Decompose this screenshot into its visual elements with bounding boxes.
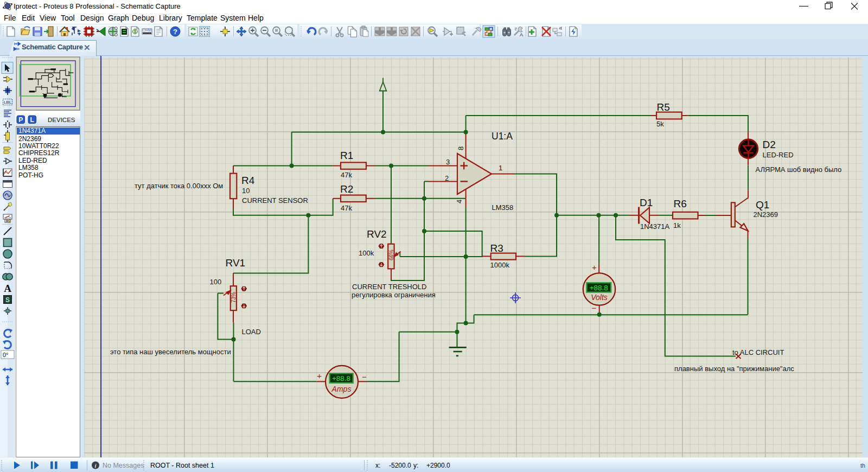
svg-text:тут датчик тока 0.00xxx Ом: тут датчик тока 0.00xxx Ом — [135, 182, 223, 190]
svg-text:10: 10 — [242, 187, 250, 195]
svg-text:5k: 5k — [656, 120, 664, 128]
svg-text:100k: 100k — [359, 249, 374, 257]
svg-text:−: − — [362, 372, 367, 381]
svg-text:CURRENT TRESHOLD: CURRENT TRESHOLD — [352, 283, 426, 291]
svg-text:100: 100 — [210, 278, 222, 286]
svg-text:плавный выход на "прижимание"а: плавный выход на "прижимание"алс — [674, 365, 794, 373]
svg-text:th: th — [860, 462, 865, 469]
svg-text:Amps: Amps — [331, 385, 352, 393]
svg-text:66%: 66% — [388, 250, 394, 260]
svg-text:RV2: RV2 — [367, 228, 387, 240]
svg-text:?: ? — [173, 28, 177, 36]
svg-text:АЛЯРМА шоб видно было: АЛЯРМА шоб видно было — [756, 165, 842, 174]
svg-text:A: A — [520, 32, 523, 37]
svg-text:+88.8: +88.8 — [590, 284, 608, 292]
svg-text:OHM: OHM — [143, 28, 152, 32]
svg-text:−: − — [592, 303, 597, 312]
svg-text:ROOT - Root sheet 1: ROOT - Root sheet 1 — [150, 462, 214, 469]
svg-text:R2: R2 — [340, 183, 353, 195]
svg-text:-5200.0: -5200.0 — [389, 462, 411, 469]
svg-text:D2: D2 — [763, 139, 776, 150]
svg-text:R4: R4 — [241, 175, 255, 186]
svg-text:LED-RED: LED-RED — [763, 151, 794, 159]
svg-text:4: 4 — [455, 200, 463, 203]
svg-text:CURRENT SENSOR: CURRENT SENSOR — [242, 196, 308, 205]
svg-text:1: 1 — [499, 164, 502, 172]
svg-text:73%: 73% — [231, 292, 237, 303]
svg-text:+88.8: +88.8 — [332, 374, 350, 382]
svg-text:+: + — [317, 371, 322, 380]
svg-text:Volts: Volts — [591, 293, 608, 302]
svg-text:47k: 47k — [341, 171, 352, 179]
svg-text:P: P — [18, 116, 23, 124]
svg-text:R1: R1 — [340, 150, 353, 161]
svg-text:1000k: 1000k — [490, 261, 510, 269]
svg-text:R6: R6 — [674, 198, 687, 209]
svg-text:1N4371A: 1N4371A — [640, 222, 670, 231]
svg-text:2: 2 — [445, 174, 449, 182]
svg-text:U1:A: U1:A — [492, 131, 513, 142]
svg-text:A: A — [4, 283, 11, 294]
svg-text:+: + — [592, 263, 597, 272]
svg-text:+2900.0: +2900.0 — [426, 462, 450, 469]
svg-text:2N2369: 2N2369 — [754, 211, 778, 219]
svg-text:S: S — [5, 296, 10, 304]
svg-text:3: 3 — [446, 158, 450, 166]
svg-text:1k: 1k — [673, 221, 681, 229]
svg-text:y:: y: — [413, 462, 418, 469]
svg-text:to ALC CIRCUIT: to ALC CIRCUIT — [732, 348, 784, 356]
svg-text:LBL: LBL — [4, 100, 12, 105]
svg-text:L: L — [30, 116, 34, 124]
svg-text:LM358: LM358 — [492, 203, 514, 212]
svg-text:No Messages: No Messages — [103, 462, 144, 469]
svg-text:$: $ — [133, 29, 136, 34]
svg-text:D1: D1 — [640, 197, 653, 208]
svg-text:LOAD: LOAD — [242, 328, 261, 336]
svg-text:R3: R3 — [490, 243, 503, 254]
svg-text:47k: 47k — [341, 204, 352, 212]
svg-text:0°: 0° — [3, 352, 9, 358]
svg-text:Q1: Q1 — [756, 199, 769, 211]
svg-text:RV1: RV1 — [226, 257, 246, 269]
svg-text:DEVICES: DEVICES — [48, 117, 75, 123]
svg-text:R5: R5 — [657, 101, 670, 113]
svg-text:8: 8 — [457, 146, 465, 150]
svg-text:это типа наш увеселитель мощно: это типа наш увеселитель мощности — [110, 348, 231, 356]
svg-text:x:: x: — [375, 462, 380, 469]
svg-text:регулировка ограничения: регулировка ограничения — [352, 291, 436, 299]
